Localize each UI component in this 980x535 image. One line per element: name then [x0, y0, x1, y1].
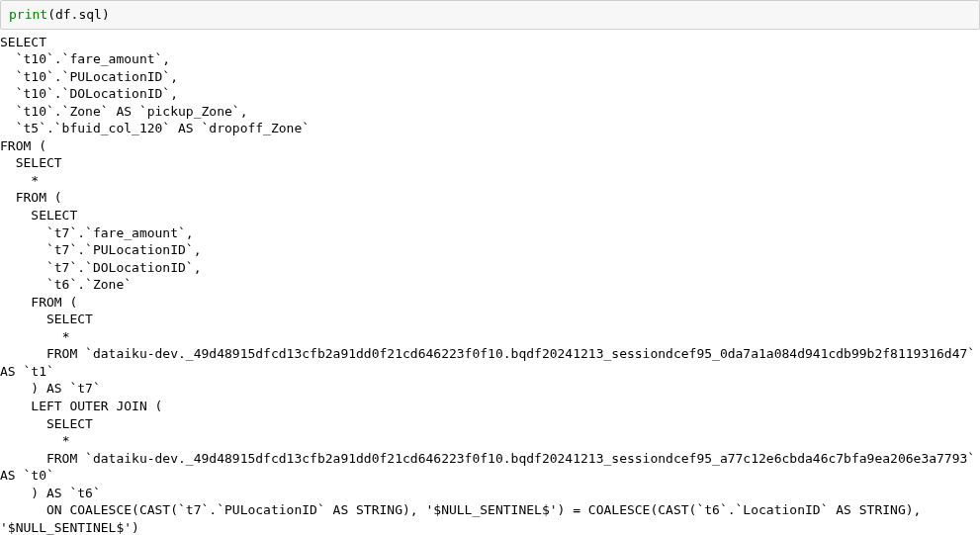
paren-open: ( [47, 7, 55, 22]
code-line: print(df.sql) [9, 6, 971, 24]
code-input-cell[interactable]: print(df.sql) [0, 0, 980, 30]
expr-token: df.sql [55, 7, 102, 22]
builtin-token: print [9, 7, 47, 22]
paren-close: ) [102, 7, 110, 22]
code-output: SELECT `t10`.`fare_amount`, `t10`.`PULoc… [0, 30, 980, 535]
